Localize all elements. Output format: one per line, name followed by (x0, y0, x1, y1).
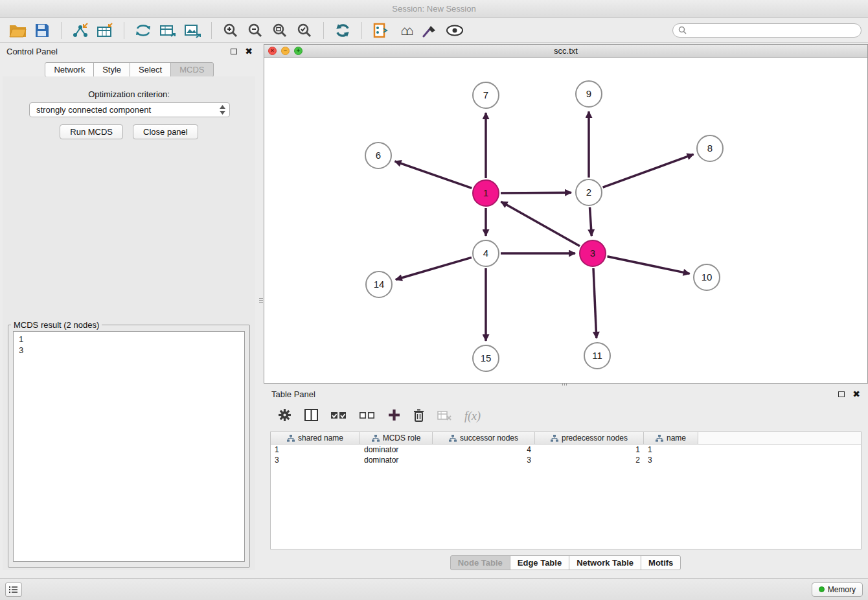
vertical-splitter-grip[interactable] (259, 293, 263, 307)
graph-node-10[interactable]: 10 (694, 264, 720, 290)
float-panel-icon[interactable] (231, 49, 237, 54)
network-window-title: scc.txt (264, 46, 867, 56)
close-window-icon[interactable]: × (268, 47, 277, 55)
graph-node-1[interactable]: 1 (473, 180, 499, 206)
zoom-fit-button[interactable] (269, 20, 291, 41)
add-column-button[interactable] (388, 409, 400, 423)
close-table-panel-icon[interactable]: ✖ (852, 389, 860, 398)
optimization-criterion-dropdown[interactable]: strongly connected component (29, 102, 230, 117)
column-header-successor-nodes[interactable]: successor nodes (433, 432, 535, 444)
tab-edge-table[interactable]: Edge Table (510, 555, 569, 570)
toggle-visibility-button[interactable] (444, 20, 466, 41)
graph-node-2[interactable]: 2 (576, 179, 602, 205)
table-panel-tabs: Node TableEdge TableNetwork TableMotifs (264, 555, 868, 570)
network-transfer-button[interactable] (132, 20, 154, 41)
svg-text:14: 14 (374, 279, 385, 290)
graph-node-14[interactable]: 14 (366, 271, 392, 297)
save-floppy-icon (35, 23, 49, 38)
table-row[interactable]: 3dominator323 (271, 455, 861, 465)
graph-node-11[interactable]: 11 (584, 343, 610, 369)
network-window: scc.txt × − + 7968124314101511 (264, 44, 868, 384)
tab-network[interactable]: Network (45, 62, 94, 77)
network-canvas[interactable]: 7968124314101511 (264, 58, 867, 383)
table-cell[interactable]: 1 (271, 445, 360, 454)
select-all-columns-button[interactable] (331, 411, 347, 422)
zoom-in-button[interactable] (220, 20, 242, 41)
column-header-name[interactable]: name (644, 432, 698, 444)
edge-1-2[interactable] (501, 192, 571, 193)
toolbar-separator (211, 22, 212, 39)
apply-layout-button[interactable] (332, 20, 354, 41)
minimize-window-icon[interactable]: − (281, 47, 290, 55)
close-panel-icon[interactable]: ✖ (245, 47, 253, 56)
edge-3-11[interactable] (593, 268, 597, 338)
dropdown-selected-value: strongly connected component (36, 105, 220, 115)
graph-node-4[interactable]: 4 (473, 240, 499, 266)
table-cell[interactable]: 3 (644, 456, 698, 465)
column-header-shared-name[interactable]: shared name (271, 432, 360, 444)
edge-3-10[interactable] (608, 257, 690, 274)
memory-button[interactable]: Memory (812, 583, 863, 597)
table-cell[interactable]: dominator (360, 445, 433, 454)
zoom-window-icon[interactable]: + (294, 47, 303, 55)
graph-node-7[interactable]: 7 (473, 82, 499, 108)
table-cell[interactable]: 1 (644, 445, 698, 454)
graph-node-15[interactable]: 15 (473, 345, 499, 371)
open-session-button[interactable] (6, 20, 29, 41)
table-cell[interactable]: dominator (360, 456, 433, 465)
search-box[interactable] (672, 23, 862, 38)
edge-3-1[interactable] (501, 202, 580, 246)
zoom-out-button[interactable] (244, 20, 266, 41)
style-paint-button[interactable] (419, 20, 441, 41)
run-mcds-button[interactable]: Run MCDS (60, 124, 123, 139)
show-all-networks-button[interactable]: ⌂⌂ (394, 20, 417, 41)
graph-node-3[interactable]: 3 (580, 240, 606, 266)
zoom-selected-button[interactable] (293, 20, 315, 41)
search-input[interactable] (690, 26, 856, 35)
unselect-all-columns-button[interactable] (360, 411, 375, 422)
mcds-result-groupbox: MCDS result (2 nodes) 1 3 (8, 320, 250, 568)
tab-network-table[interactable]: Network Table (569, 555, 641, 570)
tab-mcds[interactable]: MCDS (170, 62, 213, 77)
table-row[interactable]: 1dominator411 (271, 444, 861, 455)
table-cell[interactable]: 1 (535, 445, 644, 454)
task-history-button[interactable] (5, 583, 22, 597)
graph-node-6[interactable]: 6 (365, 143, 391, 168)
split-columns-button[interactable] (304, 409, 318, 423)
tab-motifs[interactable]: Motifs (641, 555, 681, 570)
network-canvas-svg[interactable]: 7968124314101511 (264, 58, 867, 383)
table-cell[interactable]: 3 (271, 456, 360, 465)
column-header-label: MCDS role (383, 433, 421, 443)
tab-select[interactable]: Select (130, 62, 171, 77)
table-settings-button[interactable] (278, 408, 291, 424)
graph-node-8[interactable]: 8 (697, 135, 723, 161)
mcds-button-row: Run MCDS Close panel (3, 124, 255, 139)
open-network-new-window-button[interactable] (370, 20, 392, 41)
function-builder-button[interactable]: f(x) (464, 410, 481, 423)
tab-style[interactable]: Style (93, 62, 130, 77)
edge-2-8[interactable] (603, 154, 694, 187)
delete-table-button[interactable] (437, 410, 451, 422)
table-cell[interactable]: 3 (433, 456, 535, 465)
close-panel-button[interactable]: Close panel (133, 124, 198, 139)
save-session-button[interactable] (31, 20, 53, 41)
graph-node-9[interactable]: 9 (576, 81, 602, 107)
export-image-button[interactable] (181, 20, 203, 41)
edge-2-3[interactable] (590, 207, 592, 236)
svg-text:7: 7 (483, 89, 488, 100)
float-table-panel-icon[interactable] (838, 391, 845, 397)
import-table-button[interactable] (94, 20, 116, 41)
table-cell[interactable]: 4 (433, 445, 535, 454)
delete-columns-button[interactable] (413, 409, 424, 424)
network-window-titlebar[interactable]: scc.txt × − + (264, 45, 867, 58)
column-header-mcds-role[interactable]: MCDS role (360, 432, 433, 444)
tab-node-table[interactable]: Node Table (450, 555, 510, 570)
memory-status-icon (819, 586, 825, 592)
import-network-button[interactable] (69, 20, 91, 41)
table-cell[interactable]: 2 (535, 456, 644, 465)
edge-4-14[interactable] (396, 257, 472, 279)
edge-1-6[interactable] (395, 161, 472, 189)
export-table-button[interactable] (157, 20, 179, 41)
column-header-predecessor-nodes[interactable]: predecessor nodes (535, 432, 644, 444)
checked-boxes-icon (331, 411, 347, 420)
